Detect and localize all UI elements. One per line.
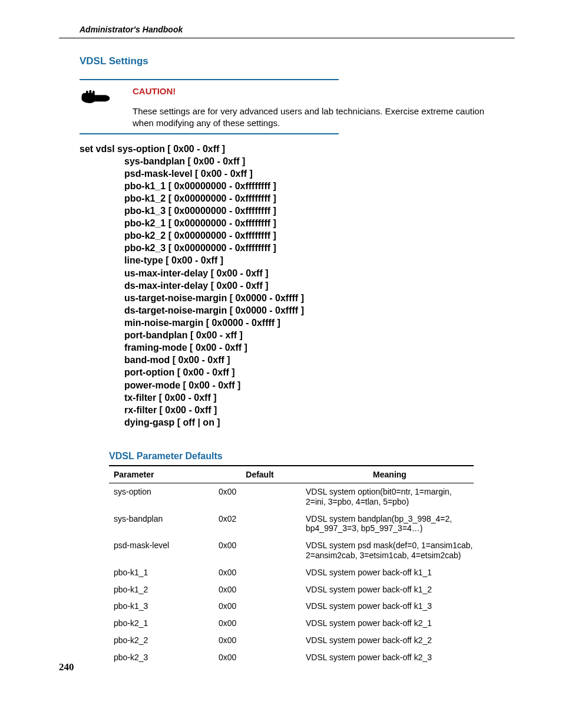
cmd-line: pbo-k1_3 [ 0x00000000 - 0xffffffff ] xyxy=(80,205,515,217)
cell-default: 0x00 xyxy=(219,487,306,507)
table-header-row: Parameter Default Meaning xyxy=(109,466,474,483)
cmd-line: tx-filter [ 0x00 - 0xff ] xyxy=(80,391,515,404)
cell-meaning: VDSL system psd mask(def=0, 1=ansim1cab,… xyxy=(306,541,474,561)
cell-default: 0x00 xyxy=(219,541,306,561)
cmd-line: pbo-k1_1 [ 0x00000000 - 0xffffffff ] xyxy=(80,180,515,192)
page-number: 240 xyxy=(59,661,74,673)
cmd-line: dying-gasp [ off | on ] xyxy=(80,416,515,429)
cell-meaning: VDSL system power back-off k2_3 xyxy=(306,653,474,663)
cmd-line: ds-max-inter-delay [ 0x00 - 0xff ] xyxy=(80,279,515,292)
cell-meaning: VDSL system power back-off k2_2 xyxy=(306,635,474,645)
section-title: VDSL Settings xyxy=(80,55,515,67)
cmd-line: us-target-noise-margin [ 0x0000 - 0xffff… xyxy=(80,292,515,304)
parameter-table: Parameter Default Meaning sys-option 0x0… xyxy=(109,465,474,666)
cell-default: 0x02 xyxy=(219,514,306,534)
command-syntax-block: set vdsl sys-option [ 0x00 - 0xff ] sys-… xyxy=(80,143,515,429)
cmd-line: band-mod [ 0x00 - 0xff ] xyxy=(80,354,515,366)
running-head: Administrator's Handbook xyxy=(80,25,515,34)
cell-meaning: VDSL system option(bit0=ntr, 1=margin, 2… xyxy=(306,487,474,507)
cell-meaning: VDSL system power back-off k1_3 xyxy=(306,601,474,611)
cmd-line: pbo-k1_2 [ 0x00000000 - 0xffffffff ] xyxy=(80,192,515,205)
cell-param: pbo-k2_2 xyxy=(109,635,219,645)
cmd-line: port-option [ 0x00 - 0xff ] xyxy=(80,366,515,378)
cmd-line: us-max-inter-delay [ 0x00 - 0xff ] xyxy=(80,267,515,279)
cell-default: 0x00 xyxy=(219,635,306,645)
cell-meaning: VDSL system bandplan(bp_3_998_4=2, bp4_9… xyxy=(306,514,474,534)
caution-block: CAUTION! These settings are for very adv… xyxy=(80,79,494,134)
cell-param: pbo-k1_1 xyxy=(109,568,219,578)
caution-bar-bottom xyxy=(80,133,339,134)
cell-default: 0x00 xyxy=(219,618,306,628)
table-row: pbo-k1_2 0x00 VDSL system power back-off… xyxy=(109,581,474,598)
cell-param: sys-option xyxy=(109,487,219,507)
table-title: VDSL Parameter Defaults xyxy=(109,451,515,462)
cmd-line: pbo-k2_1 [ 0x00000000 - 0xffffffff ] xyxy=(80,217,515,229)
cell-param: pbo-k1_2 xyxy=(109,585,219,595)
cmd-line: set vdsl sys-option [ 0x00 - 0xff ] xyxy=(80,143,515,155)
cell-default: 0x00 xyxy=(219,601,306,611)
header-parameter: Parameter xyxy=(109,470,219,479)
cmd-line: sys-bandplan [ 0x00 - 0xff ] xyxy=(80,155,515,167)
top-rule xyxy=(59,38,515,39)
table-row: psd-mask-level 0x00 VDSL system psd mask… xyxy=(109,537,474,564)
pointing-hand-icon xyxy=(80,86,112,108)
cmd-line: framing-mode [ 0x00 - 0xff ] xyxy=(80,341,515,354)
header-default: Default xyxy=(219,470,306,479)
cell-default: 0x00 xyxy=(219,653,306,663)
cell-param: pbo-k2_3 xyxy=(109,653,219,663)
table-row: pbo-k2_1 0x00 VDSL system power back-off… xyxy=(109,615,474,632)
caution-label: CAUTION! xyxy=(133,86,494,96)
cell-param: sys-bandplan xyxy=(109,514,219,534)
cell-param: psd-mask-level xyxy=(109,541,219,561)
table-row: pbo-k2_3 0x00 VDSL system power back-off… xyxy=(109,649,474,666)
cmd-line: pbo-k2_2 [ 0x00000000 - 0xffffffff ] xyxy=(80,229,515,242)
cell-param: pbo-k2_1 xyxy=(109,618,219,628)
cmd-line: line-type [ 0x00 - 0xff ] xyxy=(80,254,515,266)
cmd-line: pbo-k2_3 [ 0x00000000 - 0xffffffff ] xyxy=(80,242,515,254)
cmd-line: ds-target-noise-margin [ 0x0000 - 0xffff… xyxy=(80,304,515,317)
caution-body-text: These settings are for very advanced use… xyxy=(133,106,494,130)
caution-bar-top xyxy=(80,79,339,80)
cmd-line: rx-filter [ 0x00 - 0xff ] xyxy=(80,404,515,416)
cmd-line: port-bandplan [ 0x00 - xff ] xyxy=(80,329,515,341)
cmd-line: min-noise-margin [ 0x0000 - 0xffff ] xyxy=(80,317,515,329)
table-row: pbo-k1_3 0x00 VDSL system power back-off… xyxy=(109,598,474,615)
cmd-line: psd-mask-level [ 0x00 - 0xff ] xyxy=(80,167,515,180)
cell-default: 0x00 xyxy=(219,568,306,578)
cell-default: 0x00 xyxy=(219,585,306,595)
header-meaning: Meaning xyxy=(306,470,474,479)
cell-meaning: VDSL system power back-off k2_1 xyxy=(306,618,474,628)
table-row: sys-option 0x00 VDSL system option(bit0=… xyxy=(109,483,474,510)
table-row: pbo-k2_2 0x00 VDSL system power back-off… xyxy=(109,632,474,649)
cell-param: pbo-k1_3 xyxy=(109,601,219,611)
table-row: pbo-k1_1 0x00 VDSL system power back-off… xyxy=(109,564,474,581)
cell-meaning: VDSL system power back-off k1_2 xyxy=(306,585,474,595)
table-row: sys-bandplan 0x02 VDSL system bandplan(b… xyxy=(109,510,474,538)
cell-meaning: VDSL system power back-off k1_1 xyxy=(306,568,474,578)
cmd-line: power-mode [ 0x00 - 0xff ] xyxy=(80,379,515,391)
